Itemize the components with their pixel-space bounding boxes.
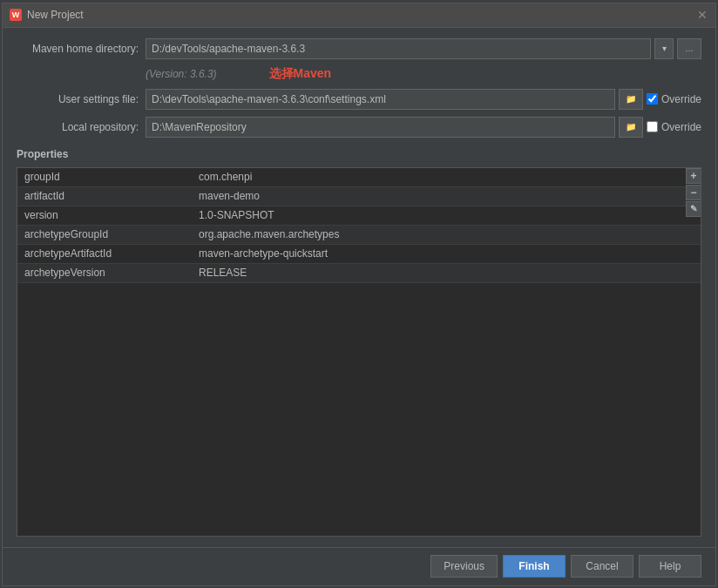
annotation-text: 选择Maven bbox=[269, 66, 332, 82]
table-row[interactable]: archetypeGroupId org.apache.maven.archet… bbox=[17, 226, 701, 245]
prop-value: RELEASE bbox=[192, 267, 701, 279]
prop-key: archetypeGroupId bbox=[17, 228, 192, 240]
table-row[interactable]: artifactId maven-demo bbox=[17, 187, 701, 206]
maven-home-input-container: ▾ … bbox=[146, 38, 701, 59]
maven-home-dropdown-button[interactable]: ▾ bbox=[654, 38, 674, 59]
local-repo-label: Local repository: bbox=[17, 121, 139, 133]
local-repo-override-label: Override bbox=[661, 121, 701, 133]
properties-table-inner: groupId com.chenpi artifactId maven-demo… bbox=[17, 168, 701, 536]
title-bar: W New Project ✕ bbox=[3, 3, 715, 28]
prop-value: com.chenpi bbox=[192, 171, 701, 183]
prop-value: maven-archetype-quickstart bbox=[192, 247, 701, 260]
prop-key: groupId bbox=[17, 171, 192, 183]
edit-property-button[interactable]: ✎ bbox=[686, 201, 701, 217]
user-settings-row: User settings file: 📁 Override bbox=[17, 89, 701, 110]
close-button[interactable]: ✕ bbox=[696, 9, 708, 21]
user-settings-override-container: Override bbox=[647, 93, 701, 105]
version-text: (Version: 3.6.3) bbox=[146, 68, 217, 80]
prop-value: org.apache.maven.archetypes bbox=[192, 228, 701, 240]
table-row[interactable]: archetypeVersion RELEASE bbox=[17, 264, 701, 283]
user-settings-browse-button[interactable]: 📁 bbox=[619, 89, 643, 110]
user-settings-override-label: Override bbox=[661, 93, 701, 105]
window-title: New Project bbox=[27, 9, 696, 21]
user-settings-label: User settings file: bbox=[17, 93, 139, 105]
cancel-button[interactable]: Cancel bbox=[571, 555, 633, 578]
finish-button[interactable]: Finish bbox=[503, 555, 566, 578]
window-icon: W bbox=[10, 9, 22, 21]
local-repo-override-checkbox[interactable] bbox=[647, 121, 658, 132]
properties-table: groupId com.chenpi artifactId maven-demo… bbox=[17, 167, 701, 537]
prop-key: version bbox=[17, 209, 192, 221]
table-side-buttons: + − ✎ bbox=[686, 168, 701, 217]
prop-key: archetypeVersion bbox=[17, 267, 192, 279]
local-repo-input-container: 📁 Override bbox=[146, 117, 701, 138]
remove-property-button[interactable]: − bbox=[686, 185, 701, 200]
version-row: (Version: 3.6.3) 选择Maven bbox=[17, 66, 701, 82]
prop-value: maven-demo bbox=[192, 190, 701, 202]
user-settings-input[interactable] bbox=[146, 89, 615, 110]
maven-home-browse-button[interactable]: … bbox=[677, 38, 701, 59]
table-row[interactable]: archetypeArtifactId maven-archetype-quic… bbox=[17, 245, 701, 264]
new-project-dialog: W New Project ✕ Maven home directory: ▾ … bbox=[2, 3, 716, 586]
user-settings-override-checkbox[interactable] bbox=[647, 93, 658, 105]
local-repo-override-container: Override bbox=[647, 121, 701, 133]
properties-section-label: Properties bbox=[17, 148, 701, 160]
table-row[interactable]: version 1.0-SNAPSHOT bbox=[17, 206, 701, 226]
properties-rows: groupId com.chenpi artifactId maven-demo… bbox=[17, 168, 701, 283]
maven-home-input[interactable] bbox=[146, 38, 651, 59]
local-repo-row: Local repository: 📁 Override bbox=[17, 117, 701, 138]
previous-button[interactable]: Previous bbox=[430, 555, 498, 578]
table-row[interactable]: groupId com.chenpi bbox=[17, 168, 701, 187]
help-button[interactable]: Help bbox=[639, 555, 701, 578]
dialog-content: Maven home directory: ▾ … (Version: 3.6.… bbox=[3, 28, 715, 547]
prop-value: 1.0-SNAPSHOT bbox=[192, 209, 701, 221]
add-property-button[interactable]: + bbox=[686, 168, 701, 184]
prop-key: archetypeArtifactId bbox=[17, 247, 192, 260]
bottom-buttons-bar: Previous Finish Cancel Help bbox=[3, 547, 715, 585]
maven-home-row: Maven home directory: ▾ … bbox=[17, 38, 701, 59]
user-settings-input-container: 📁 Override bbox=[146, 89, 701, 110]
local-repo-input[interactable] bbox=[146, 117, 615, 138]
prop-key: artifactId bbox=[17, 190, 192, 202]
maven-home-label: Maven home directory: bbox=[17, 43, 139, 55]
local-repo-browse-button[interactable]: 📁 bbox=[619, 117, 643, 138]
